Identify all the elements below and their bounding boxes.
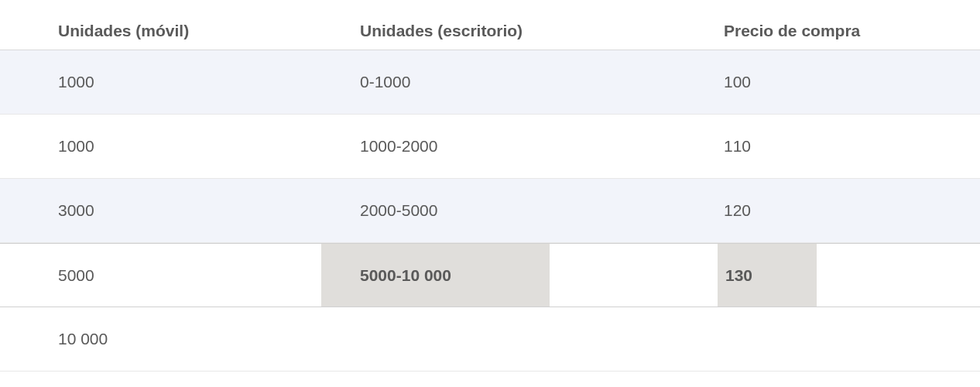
- header-mobile-units: Unidades (móvil): [0, 22, 352, 40]
- cell-desktop-value: 5000-10 000: [360, 266, 451, 285]
- cell-price-highlight: 130: [718, 244, 817, 307]
- cell-mobile: 1000: [0, 137, 352, 156]
- cell-price: 120: [716, 201, 980, 220]
- cell-mobile: 5000: [0, 244, 321, 307]
- pricing-table: Unidades (móvil) Unidades (escritorio) P…: [0, 0, 980, 372]
- cell-gap: [550, 244, 718, 307]
- cell-desktop: 0-1000: [352, 73, 716, 91]
- cell-mobile: 10 000: [0, 330, 352, 348]
- cell-mobile: 3000: [0, 201, 352, 220]
- table-row: 1000 1000-2000 110: [0, 115, 980, 179]
- cell-price: 110: [716, 137, 980, 156]
- cell-desktop: 2000-5000: [352, 201, 716, 220]
- header-desktop-units: Unidades (escritorio): [352, 22, 716, 40]
- table-row: 1000 0-1000 100: [0, 50, 980, 115]
- table-row: 10 000: [0, 307, 980, 372]
- cell-price-value: 130: [725, 266, 752, 285]
- table-row-highlight: 5000 5000-10 000 130: [0, 243, 980, 307]
- table-row: 3000 2000-5000 120: [0, 179, 980, 243]
- cell-desktop: 1000-2000: [352, 137, 716, 156]
- cell-mobile: 1000: [0, 73, 352, 91]
- cell-gap: [817, 244, 980, 307]
- cell-price: 100: [716, 73, 980, 91]
- cell-desktop-highlight: 5000-10 000: [321, 244, 550, 307]
- cell-mobile-value: 5000: [58, 266, 94, 285]
- table-header: Unidades (móvil) Unidades (escritorio) P…: [0, 0, 980, 50]
- header-purchase-price: Precio de compra: [716, 22, 980, 40]
